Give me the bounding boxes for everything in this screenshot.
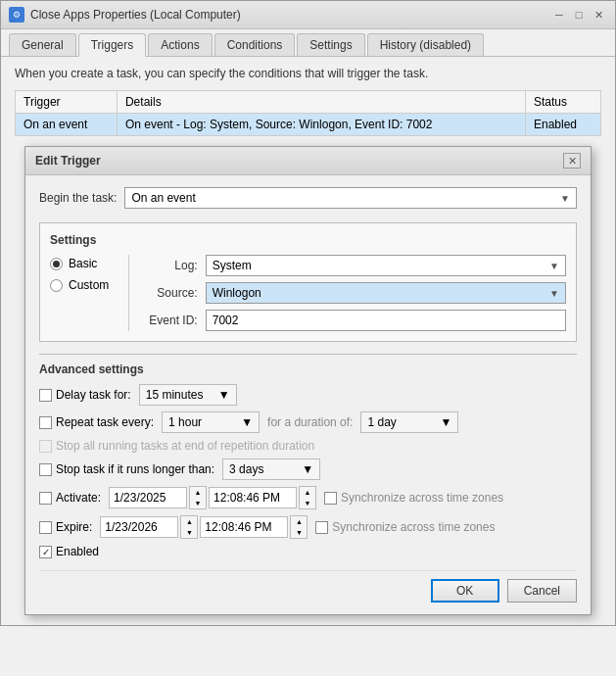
- col-trigger: Trigger: [16, 91, 118, 114]
- tab-conditions[interactable]: Conditions: [214, 33, 296, 56]
- repeat-task-checkbox-item[interactable]: Repeat task every:: [39, 415, 154, 429]
- activate-sync-checkbox[interactable]: [324, 492, 337, 505]
- expire-sync-label: Synchronize across time zones: [332, 520, 495, 534]
- source-value: Winlogon: [213, 286, 261, 300]
- repeat-task-dropdown[interactable]: 1 hour ▼: [162, 411, 260, 433]
- activate-checkbox-item[interactable]: Activate:: [39, 491, 101, 505]
- expire-sync-checkbox[interactable]: [315, 521, 328, 534]
- stop-longer-checkbox[interactable]: [39, 463, 52, 476]
- expire-date-input[interactable]: [100, 516, 178, 538]
- dialog-body: Begin the task: On an event ▼ Settings: [25, 175, 591, 614]
- activate-datetime: ▲ ▼ ▲ ▼: [109, 486, 316, 509]
- tab-settings[interactable]: Settings: [297, 33, 364, 56]
- enabled-checkbox[interactable]: [39, 546, 52, 558]
- repeat-task-checkbox[interactable]: [39, 416, 52, 429]
- dialog-title-bar: Edit Trigger ✕: [25, 147, 591, 175]
- enabled-checkbox-item[interactable]: Enabled: [39, 545, 99, 558]
- expire-datetime: ▲ ▼ ▲ ▼: [100, 515, 308, 539]
- window-title: Close Apps Properties (Local Computer): [30, 8, 241, 22]
- repeat-task-value: 1 hour: [168, 415, 202, 429]
- expire-date-up[interactable]: ▲: [181, 516, 197, 527]
- dialog-close-button[interactable]: ✕: [563, 153, 581, 169]
- delay-task-row: Delay task for: 15 minutes ▼: [39, 384, 577, 406]
- radio-custom[interactable]: Custom: [50, 278, 109, 292]
- expire-time-input[interactable]: [200, 516, 288, 538]
- enabled-label: Enabled: [56, 545, 99, 558]
- activate-time-down[interactable]: ▼: [300, 498, 315, 508]
- stop-longer-label: Stop task if it runs longer than:: [56, 462, 214, 476]
- expire-checkbox-item[interactable]: Expire:: [39, 520, 92, 534]
- col-details: Details: [117, 91, 525, 114]
- app-icon: ⚙: [9, 7, 24, 23]
- enabled-row: Enabled: [39, 545, 577, 558]
- close-window-button[interactable]: ✕: [590, 7, 607, 23]
- activate-time-spin[interactable]: ▲ ▼: [299, 486, 316, 509]
- triggers-table: Trigger Details Status On an event On ev…: [15, 90, 601, 136]
- dialog-overlay: Edit Trigger ✕ Begin the task: On an eve…: [24, 146, 592, 615]
- log-dropdown[interactable]: System ▼: [206, 255, 566, 276]
- settings-inner: Basic Custom Log:: [50, 255, 566, 331]
- expire-date-spin[interactable]: ▲ ▼: [180, 515, 198, 539]
- activate-row: Activate: ▲ ▼ ▲: [39, 486, 577, 509]
- col-status: Status: [525, 91, 600, 114]
- expire-time-up[interactable]: ▲: [291, 516, 307, 527]
- maximize-button[interactable]: □: [570, 7, 588, 23]
- activate-date-up[interactable]: ▲: [190, 487, 206, 498]
- activate-time-input[interactable]: [209, 487, 297, 508]
- stop-longer-dropdown[interactable]: 3 days ▼: [222, 459, 320, 480]
- delay-task-label: Delay task for:: [56, 388, 131, 402]
- radio-basic[interactable]: Basic: [50, 257, 109, 270]
- delay-task-checkbox-item[interactable]: Delay task for:: [39, 388, 131, 402]
- minimize-button[interactable]: ─: [550, 7, 568, 23]
- activate-date-spin[interactable]: ▲ ▼: [189, 486, 207, 509]
- delay-task-dropdown[interactable]: 15 minutes ▼: [139, 384, 237, 406]
- event-id-input[interactable]: [206, 310, 566, 331]
- begin-task-label: Begin the task:: [39, 191, 117, 205]
- title-bar: ⚙ Close Apps Properties (Local Computer)…: [1, 1, 615, 29]
- cell-status: Enabled: [525, 114, 600, 136]
- delay-task-checkbox[interactable]: [39, 389, 52, 402]
- cancel-button[interactable]: Cancel: [507, 579, 577, 603]
- title-bar-left: ⚙ Close Apps Properties (Local Computer): [9, 7, 241, 23]
- activate-sync-label: Synchronize across time zones: [341, 491, 503, 505]
- activate-time-up[interactable]: ▲: [300, 487, 315, 498]
- begin-task-dropdown-arrow: ▼: [560, 193, 570, 204]
- expire-date-down[interactable]: ▼: [181, 527, 197, 538]
- activate-date-down[interactable]: ▼: [190, 498, 206, 508]
- tab-general[interactable]: General: [9, 33, 76, 56]
- for-duration-dropdown[interactable]: 1 day ▼: [360, 411, 458, 433]
- source-dropdown[interactable]: Winlogon ▼: [206, 282, 566, 304]
- expire-time-spin[interactable]: ▲ ▼: [290, 515, 308, 539]
- stop-longer-arrow: ▼: [302, 462, 313, 476]
- for-duration-arrow: ▼: [441, 415, 452, 429]
- description-text: When you create a task, you can specify …: [15, 67, 601, 80]
- delay-task-arrow: ▼: [218, 388, 230, 402]
- tab-triggers[interactable]: Triggers: [78, 33, 147, 57]
- activate-checkbox[interactable]: [39, 492, 52, 505]
- expire-checkbox[interactable]: [39, 521, 52, 534]
- expire-label: Expire:: [56, 520, 92, 534]
- delay-task-value: 15 minutes: [146, 388, 204, 402]
- stop-running-label: Stop all running tasks at end of repetit…: [56, 439, 314, 453]
- table-row[interactable]: On an event On event - Log: System, Sour…: [16, 114, 601, 136]
- stop-longer-checkbox-item[interactable]: Stop task if it runs longer than:: [39, 462, 214, 476]
- for-duration-label: for a duration of:: [267, 415, 353, 429]
- event-id-label: Event ID:: [149, 314, 197, 327]
- repeat-task-label: Repeat task every:: [56, 415, 154, 429]
- activate-date-input[interactable]: [109, 487, 187, 508]
- begin-task-dropdown[interactable]: On an event ▼: [124, 187, 577, 209]
- main-content: When you create a task, you can specify …: [1, 57, 615, 625]
- ok-button[interactable]: OK: [431, 579, 499, 603]
- expire-time-down[interactable]: ▼: [291, 527, 307, 538]
- log-source-grid: Log: System ▼ Source: Winlogon ▼: [149, 255, 566, 331]
- source-dropdown-arrow: ▼: [549, 288, 559, 299]
- expire-sync: Synchronize across time zones: [315, 520, 495, 534]
- stop-running-checkbox: [39, 440, 52, 453]
- radio-group: Basic Custom: [50, 255, 109, 331]
- tab-actions[interactable]: Actions: [148, 33, 212, 56]
- dialog-buttons: OK Cancel: [39, 570, 577, 603]
- cell-details: On event - Log: System, Source: Winlogon…: [117, 114, 525, 136]
- log-dropdown-arrow: ▼: [549, 261, 559, 271]
- cell-trigger: On an event: [16, 114, 118, 136]
- tab-history[interactable]: History (disabled): [367, 33, 484, 56]
